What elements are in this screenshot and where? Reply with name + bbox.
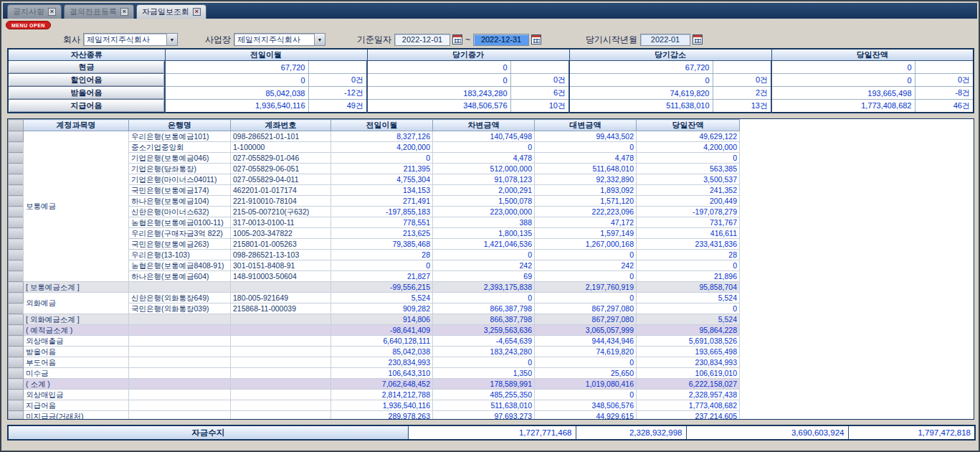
fund-balance-value: 3,690,603,924	[686, 425, 848, 440]
chevron-down-icon[interactable]: ▼	[314, 34, 325, 45]
period-start-input[interactable]: 2022-01	[640, 34, 690, 46]
count-cell: 2건	[713, 87, 771, 100]
prev-cell: 0	[331, 260, 433, 271]
accno-cell: 215801-01-005263	[231, 239, 331, 250]
company-select[interactable]: 제일저지주식회사 ▼	[83, 33, 178, 46]
amount-cell: 1,936,540,116	[165, 100, 308, 113]
asset-type-cell[interactable]: 받을어음	[8, 87, 165, 100]
prev-cell: 2,814,212,788	[331, 390, 433, 400]
count-cell: 0건	[510, 74, 569, 87]
summary-row: 받을어음85,042,038-12건183,243,2806건74,619,82…	[8, 87, 974, 100]
credit-cell: 348,506,576	[535, 400, 637, 411]
count-cell: 0건	[713, 74, 771, 87]
site-select[interactable]: 제일저지주식회사 ▼	[234, 33, 325, 46]
row-selector[interactable]	[9, 131, 24, 142]
bank-cell: 하나은행(보통예금104)	[129, 196, 231, 207]
debit-cell: 866,387,798	[433, 303, 535, 314]
row-selector[interactable]	[9, 368, 24, 379]
close-icon[interactable]: ×	[48, 8, 56, 16]
tab-fund-daily-report[interactable]: 자금일보조회 ×	[136, 4, 206, 19]
bank-cell: 우리은행(구매자금3억 822)	[129, 228, 231, 239]
close-icon[interactable]: ×	[193, 8, 201, 16]
menu-open-button[interactable]: MENU OPEN	[6, 21, 51, 29]
row-selector[interactable]	[9, 153, 24, 164]
row-selector[interactable]	[9, 164, 24, 174]
row-selector[interactable]	[9, 260, 24, 271]
tab-notice[interactable]: 공지사항 ×	[7, 4, 62, 19]
row-selector[interactable]	[9, 174, 24, 185]
detail-table: 계정과목명 은행명 계좌번호 전일이월 차변금액 대변금액 당일잔액 보통예금우…	[8, 119, 740, 420]
detail-row: 받을어음85,042,038183,243,28074,619,820193,6…	[9, 347, 740, 357]
close-icon[interactable]: ×	[120, 8, 128, 16]
balance-cell: 193,665,498	[637, 347, 740, 357]
row-selector[interactable]	[9, 282, 24, 293]
prev-cell: 8,327,126	[331, 131, 433, 142]
row-selector[interactable]	[9, 239, 24, 250]
calendar-icon[interactable]	[452, 34, 462, 44]
account-cell: 외상매출금	[24, 336, 129, 347]
row-selector[interactable]	[9, 196, 24, 207]
detail-header: 계정과목명	[24, 120, 129, 131]
row-selector[interactable]	[9, 357, 24, 368]
balance-cell: 28	[637, 250, 740, 260]
credit-cell: 47,172	[535, 217, 637, 228]
row-selector[interactable]	[9, 142, 24, 153]
debit-cell: 1,350	[433, 368, 535, 379]
tab-voucher-entry[interactable]: 결의전표등록 ×	[64, 4, 134, 19]
amount-cell: 0	[367, 61, 510, 74]
accno-cell	[231, 325, 331, 336]
row-selector[interactable]	[9, 303, 24, 314]
amount-cell: 511,638,010	[569, 100, 713, 113]
row-selector[interactable]	[9, 293, 24, 303]
row-selector[interactable]	[9, 271, 24, 282]
row-selector[interactable]	[9, 325, 24, 336]
count-cell: -8건	[915, 87, 974, 100]
asset-type-cell[interactable]: 현금	[8, 61, 165, 74]
prev-cell: -197,855,183	[331, 207, 433, 217]
prev-cell: 909,282	[331, 303, 433, 314]
count-cell: 49건	[308, 100, 367, 113]
calendar-icon[interactable]	[693, 34, 703, 44]
asset-type-cell[interactable]: 지급어음	[8, 100, 165, 113]
detail-header: 계좌번호	[231, 120, 331, 131]
summary-row: 할인어음00건00건00건00건	[8, 74, 974, 87]
row-selector[interactable]	[9, 411, 24, 420]
row-selector[interactable]	[9, 400, 24, 411]
debit-cell: 97,693,273	[433, 411, 535, 420]
debit-cell: 0	[433, 293, 535, 303]
row-selector[interactable]	[9, 217, 24, 228]
tab-label: 공지사항	[13, 6, 44, 17]
bank-cell	[129, 400, 231, 411]
company-value: 제일저지주식회사	[84, 34, 166, 45]
row-selector[interactable]	[9, 250, 24, 260]
row-selector[interactable]	[9, 185, 24, 196]
accno-cell: 1005-203-347822	[231, 228, 331, 239]
bank-cell: 신한은행(외화통장649)	[129, 293, 231, 303]
accno-cell	[231, 400, 331, 411]
balance-cell: 5,524	[637, 293, 740, 303]
amount-cell: 67,720	[569, 61, 713, 74]
asset-type-cell[interactable]: 할인어음	[8, 74, 165, 87]
date-from-input[interactable]: 2022-12-01	[394, 34, 450, 46]
bank-cell: 기업은행(마이너스04011)	[129, 174, 231, 185]
balance-cell: 95,858,704	[637, 282, 740, 293]
row-selector[interactable]	[9, 228, 24, 239]
date-to-input[interactable]: 2022-12-31	[473, 34, 529, 46]
summary-header: 당일잔액	[771, 49, 974, 61]
tab-bar: 공지사항 × 결의전표등록 × 자금일보조회 ×	[3, 3, 977, 19]
row-selector[interactable]	[9, 390, 24, 400]
debit-cell: 1,800,135	[433, 228, 535, 239]
site-label: 사업장	[205, 34, 231, 46]
calendar-icon[interactable]	[531, 34, 541, 44]
row-selector[interactable]	[9, 207, 24, 217]
summary-row: 지급어음1,936,540,11649건348,506,57610건511,63…	[8, 100, 974, 113]
amount-cell: 1,773,408,682	[771, 100, 915, 113]
row-selector[interactable]	[9, 347, 24, 357]
chevron-down-icon[interactable]: ▼	[166, 34, 177, 45]
row-selector[interactable]	[9, 336, 24, 347]
detail-row: 외상매입금2,814,212,788485,255,35002,328,957,…	[9, 390, 740, 400]
debit-cell: 4,478	[433, 153, 535, 164]
row-selector[interactable]	[9, 379, 24, 390]
site-value: 제일저지주식회사	[234, 34, 314, 45]
row-selector[interactable]	[9, 314, 24, 325]
